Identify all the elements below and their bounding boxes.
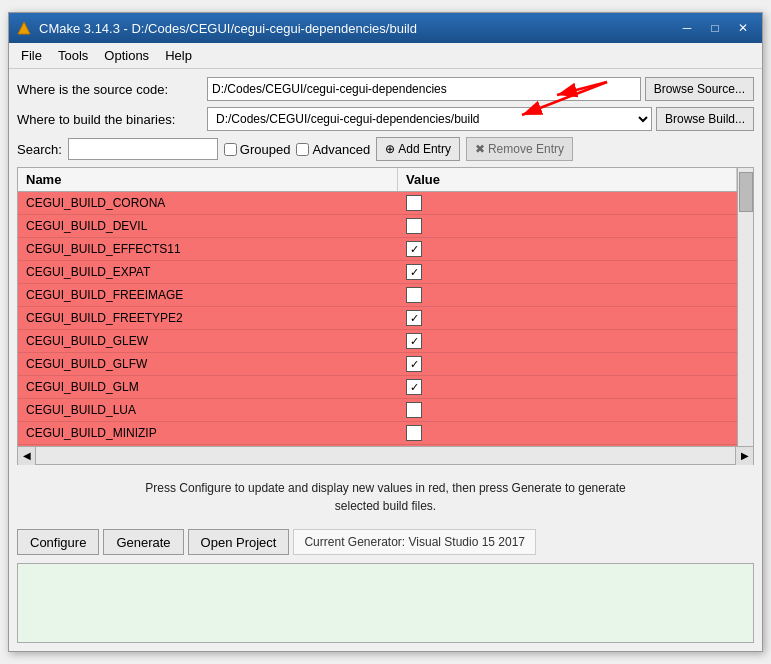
search-label: Search: — [17, 142, 62, 157]
entry-checkbox[interactable]: ✓ — [406, 241, 422, 257]
entry-checkbox[interactable] — [406, 218, 422, 234]
table-row[interactable]: CEGUI_BUILD_GLFW✓ — [18, 353, 753, 376]
close-button[interactable]: ✕ — [730, 18, 756, 38]
grouped-checkbox-label[interactable]: Grouped — [224, 142, 291, 157]
minimize-button[interactable]: ─ — [674, 18, 700, 38]
entry-name: CEGUI_BUILD_GLM — [18, 377, 398, 397]
menu-help[interactable]: Help — [157, 45, 200, 66]
add-entry-button[interactable]: ⊕ Add Entry — [376, 137, 460, 161]
entry-name: CEGUI_BUILD_FREEIMAGE — [18, 285, 398, 305]
entry-checkbox[interactable]: ✓ — [406, 310, 422, 326]
advanced-label: Advanced — [312, 142, 370, 157]
menu-file[interactable]: File — [13, 45, 50, 66]
bottom-buttons: Configure Generate Open Project Current … — [17, 529, 754, 555]
entry-name: CEGUI_BUILD_DEVIL — [18, 216, 398, 236]
table-row[interactable]: CEGUI_BUILD_EXPAT✓ — [18, 261, 753, 284]
add-entry-label: Add Entry — [398, 142, 451, 156]
source-input[interactable] — [207, 77, 641, 101]
scrollbar-thumb[interactable] — [739, 172, 753, 212]
entry-name: CEGUI_BUILD_GLFW — [18, 354, 398, 374]
entry-value[interactable]: ✓ — [398, 353, 753, 375]
entry-value[interactable] — [398, 422, 753, 444]
source-row: Where is the source code: Browse Source.… — [17, 77, 754, 101]
window-controls: ─ □ ✕ — [674, 18, 756, 38]
source-label: Where is the source code: — [17, 82, 207, 97]
remove-icon: ✖ — [475, 142, 485, 156]
table-scroll-area[interactable]: CEGUI_BUILD_CORONACEGUI_BUILD_DEVILCEGUI… — [18, 192, 753, 446]
build-row: Where to build the binaries: D:/Codes/CE… — [17, 107, 754, 131]
entry-checkbox[interactable]: ✓ — [406, 379, 422, 395]
status-text: Press Configure to update and display ne… — [17, 473, 754, 521]
grouped-checkbox[interactable] — [224, 143, 237, 156]
entry-name: CEGUI_BUILD_CORONA — [18, 193, 398, 213]
remove-entry-button[interactable]: ✖ Remove Entry — [466, 137, 573, 161]
name-column-header: Name — [18, 168, 398, 191]
grouped-label: Grouped — [240, 142, 291, 157]
entry-name: CEGUI_BUILD_GLEW — [18, 331, 398, 351]
entry-value[interactable]: ✓ — [398, 261, 753, 283]
table-row[interactable]: CEGUI_BUILD_GLEW✓ — [18, 330, 753, 353]
advanced-checkbox[interactable] — [296, 143, 309, 156]
browse-build-button[interactable]: Browse Build... — [656, 107, 754, 131]
table-row[interactable]: CEGUI_BUILD_LUA — [18, 399, 753, 422]
open-project-button[interactable]: Open Project — [188, 529, 290, 555]
advanced-checkbox-label[interactable]: Advanced — [296, 142, 370, 157]
main-window: CMake 3.14.3 - D:/Codes/CEGUI/cegui-cegu… — [8, 12, 763, 652]
table-row[interactable]: CEGUI_BUILD_CORONA — [18, 192, 753, 215]
scroll-right-button[interactable]: ▶ — [735, 447, 753, 465]
configure-button[interactable]: Configure — [17, 529, 99, 555]
table-row[interactable]: CEGUI_BUILD_GLM✓ — [18, 376, 753, 399]
entry-value[interactable] — [398, 192, 753, 214]
title-bar: CMake 3.14.3 - D:/Codes/CEGUI/cegui-cegu… — [9, 13, 762, 43]
table-row[interactable]: CEGUI_BUILD_EFFECTS11✓ — [18, 238, 753, 261]
generator-label: Current Generator: Visual Studio 15 2017 — [293, 529, 536, 555]
search-row: Search: Grouped Advanced ⊕ Add Entry ✖ R… — [17, 137, 754, 161]
entry-checkbox[interactable] — [406, 195, 422, 211]
entries-table: Name Value CEGUI_BUILD_CORONACEGUI_BUILD… — [17, 167, 754, 447]
entry-value[interactable]: ✓ — [398, 238, 753, 260]
horizontal-scrollbar: ◀ ▶ — [17, 447, 754, 465]
menu-options[interactable]: Options — [96, 45, 157, 66]
entry-value[interactable]: ✓ — [398, 376, 753, 398]
window-title: CMake 3.14.3 - D:/Codes/CEGUI/cegui-cegu… — [39, 21, 674, 36]
entry-value[interactable] — [398, 284, 753, 306]
vertical-scrollbar[interactable] — [737, 168, 753, 446]
arrows-container: Where is the source code: Browse Source.… — [17, 77, 754, 131]
entry-name: CEGUI_BUILD_LUA — [18, 400, 398, 420]
build-select[interactable]: D:/Codes/CEGUI/cegui-cegui-dependencies/… — [207, 107, 652, 131]
entry-value[interactable] — [398, 399, 753, 421]
scroll-left-button[interactable]: ◀ — [18, 447, 36, 465]
build-input-wrapper: D:/Codes/CEGUI/cegui-cegui-dependencies/… — [207, 107, 652, 131]
maximize-button[interactable]: □ — [702, 18, 728, 38]
svg-marker-0 — [18, 22, 30, 34]
entry-value[interactable]: ✓ — [398, 445, 753, 446]
entry-name: CEGUI_BUILD_FREETYPE2 — [18, 308, 398, 328]
generate-button[interactable]: Generate — [103, 529, 183, 555]
output-area — [17, 563, 754, 643]
entry-checkbox[interactable]: ✓ — [406, 356, 422, 372]
table-row[interactable]: CEGUI_BUILD_FREEIMAGE — [18, 284, 753, 307]
entry-checkbox[interactable] — [406, 425, 422, 441]
browse-source-button[interactable]: Browse Source... — [645, 77, 754, 101]
menu-bar: File Tools Options Help — [9, 43, 762, 69]
table-row[interactable]: CEGUI_BUILD_FREETYPE2✓ — [18, 307, 753, 330]
content-area: Where is the source code: Browse Source.… — [9, 69, 762, 651]
table-row[interactable]: CEGUI_BUILD_MINIZIP — [18, 422, 753, 445]
table-row[interactable]: CEGUI_BUILD_DEVIL — [18, 215, 753, 238]
entry-name: CEGUI_BUILD_EFFECTS11 — [18, 239, 398, 259]
entry-name: CEGUI_BUILD_EXPAT — [18, 262, 398, 282]
entry-checkbox[interactable] — [406, 402, 422, 418]
menu-tools[interactable]: Tools — [50, 45, 96, 66]
entry-checkbox[interactable] — [406, 287, 422, 303]
entry-value[interactable]: ✓ — [398, 330, 753, 352]
search-input[interactable] — [68, 138, 218, 160]
entry-value[interactable] — [398, 215, 753, 237]
entry-name: CEGUI_BUILD_MINIZIP — [18, 423, 398, 443]
entry-checkbox[interactable]: ✓ — [406, 264, 422, 280]
table-row[interactable]: CEGUI_BUILD_PCRE✓ — [18, 445, 753, 446]
remove-entry-label: Remove Entry — [488, 142, 564, 156]
entry-checkbox[interactable]: ✓ — [406, 333, 422, 349]
entry-value[interactable]: ✓ — [398, 307, 753, 329]
build-label: Where to build the binaries: — [17, 112, 207, 127]
add-icon: ⊕ — [385, 142, 395, 156]
